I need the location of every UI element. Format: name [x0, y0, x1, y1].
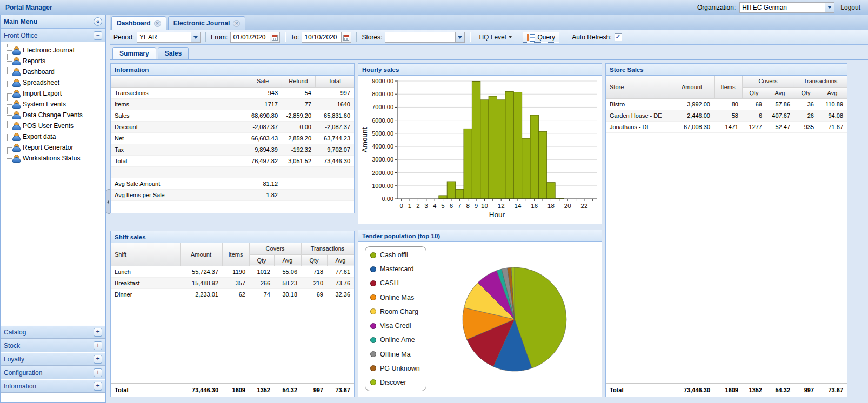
sidebar-item-label: Import Export — [23, 90, 62, 97]
table-row: Lunch55,724.371190101255.0671877.61 — [111, 266, 354, 277]
svg-text:10: 10 — [481, 203, 488, 209]
table-row: Dinner2,233.01627430.186932.36 — [111, 288, 354, 300]
sidebar-item-data-change-events[interactable]: Data Change Events — [4, 110, 105, 120]
sidebar-item-label: Export data — [23, 133, 56, 140]
sidebar-group-loyalty[interactable]: Loyalty+ — [1, 352, 105, 366]
sidebar-item-electronic-journal[interactable]: Electronic Journal — [4, 45, 105, 56]
legend-label: Mastercard — [380, 265, 414, 273]
legend-dot-icon — [370, 379, 376, 385]
svg-text:12: 12 — [498, 203, 505, 209]
query-button[interactable]: Query — [523, 32, 559, 43]
sidebar-item-reports[interactable]: Reports — [4, 56, 105, 66]
legend-item: CASH — [370, 279, 421, 287]
sidebar-item-spreadsheet[interactable]: Spreadsheet — [4, 77, 105, 88]
table-row: Sales68,690.80-2,859.2065,831.60 — [111, 110, 354, 121]
sidebar-item-pos-user-events[interactable]: POS User Events — [4, 120, 105, 131]
to-date-value: 10/10/2020 — [302, 32, 341, 42]
tender-population-panel: Tender population (top 10) Cash offliMas… — [358, 230, 602, 397]
expand-group-icon[interactable]: + — [94, 341, 102, 350]
bar — [538, 131, 546, 199]
svg-text:1: 1 — [408, 203, 411, 209]
svg-text:9: 9 — [475, 203, 478, 209]
calendar-icon[interactable] — [270, 32, 279, 42]
user-icon — [12, 155, 20, 163]
organization-select[interactable]: HITEC German — [739, 2, 834, 13]
sidebar-group-front-office[interactable]: Front Office − — [1, 29, 105, 42]
store-sales-total-row: Total73,446.301609135254.3299773.67 — [606, 383, 847, 397]
legend-label: Online Mas — [380, 294, 414, 301]
sidebar-tree: Electronic JournalReportsDashboardSpread… — [1, 42, 105, 325]
from-label: From: — [211, 33, 228, 41]
hq-level-button[interactable]: HQ Level — [475, 32, 516, 42]
user-icon — [12, 100, 20, 109]
tab-dashboard[interactable]: Dashboard ✕ — [111, 16, 166, 30]
tab-sales[interactable]: Sales — [158, 47, 189, 59]
chevron-down-icon[interactable] — [191, 32, 200, 42]
panel-title: Shift sales — [111, 231, 354, 243]
svg-text:4000.00: 4000.00 — [372, 143, 393, 150]
period-label: Period: — [113, 33, 134, 41]
sidebar-item-report-generator[interactable]: Report Generator — [4, 142, 105, 153]
table-row: Tax9,894.39-192.329,702.07 — [111, 144, 354, 155]
legend-dot-icon — [370, 266, 376, 272]
group-label: Information — [4, 382, 36, 390]
svg-text:0.00: 0.00 — [382, 196, 393, 202]
splitter[interactable] — [106, 15, 110, 403]
collapse-group-icon[interactable]: − — [94, 31, 102, 40]
sidebar-group-stock[interactable]: Stock+ — [1, 339, 105, 352]
group-label: Front Office — [4, 32, 37, 39]
legend-dot-icon — [370, 365, 376, 371]
legend-label: Online Ame — [380, 336, 415, 344]
calendar-icon[interactable] — [341, 32, 351, 42]
legend-item: Online Mas — [370, 294, 421, 301]
stores-label: Stores: — [362, 33, 382, 41]
collapse-arrow-icon[interactable] — [106, 189, 110, 214]
tab-electronic-journal[interactable]: Electronic Journal ✕ — [168, 16, 246, 30]
close-icon[interactable]: ✕ — [154, 20, 161, 27]
sidebar-item-workstations-status[interactable]: Workstations Status — [4, 153, 105, 164]
tab-label: Electronic Journal — [173, 19, 230, 27]
logout-button[interactable]: Logout — [838, 4, 863, 11]
stores-value — [385, 32, 455, 42]
sidebar-item-dashboard[interactable]: Dashboard — [4, 66, 105, 77]
user-icon — [12, 79, 20, 87]
stores-select[interactable] — [385, 32, 465, 43]
collapse-sidebar-button[interactable]: « — [94, 17, 102, 26]
legend-item: Cash offli — [370, 251, 421, 259]
svg-text:3000.00: 3000.00 — [372, 156, 393, 163]
expand-group-icon[interactable]: + — [94, 328, 102, 337]
sidebar-item-system-events[interactable]: System Events — [4, 99, 105, 110]
legend-dot-icon — [370, 308, 376, 314]
legend-dot-icon — [370, 337, 376, 343]
sidebar: Main Menu « Front Office − Electronic Jo… — [0, 15, 106, 403]
svg-text:2000.00: 2000.00 — [372, 170, 393, 176]
legend-item: Online Ame — [370, 336, 421, 344]
sidebar-item-label: Report Generator — [23, 144, 73, 151]
legend-dot-icon — [370, 351, 376, 357]
sidebar-group-configuration[interactable]: Configuration+ — [1, 366, 105, 379]
sidebar-group-catalog[interactable]: Catalog+ — [1, 325, 105, 339]
auto-refresh-checkbox[interactable]: ✓ — [615, 33, 622, 41]
user-icon — [12, 68, 20, 76]
sidebar-item-export-data[interactable]: Export data — [4, 131, 105, 142]
svg-text:4: 4 — [433, 203, 437, 209]
expand-group-icon[interactable]: + — [94, 368, 102, 377]
svg-text:2: 2 — [416, 203, 419, 209]
bar — [447, 182, 455, 199]
tab-summary[interactable]: Summary — [112, 47, 156, 59]
sidebar-group-information[interactable]: Information+ — [1, 379, 105, 393]
expand-group-icon[interactable]: + — [94, 382, 102, 391]
app-header: Portal Manager Organization: HITEC Germa… — [0, 0, 868, 15]
period-select[interactable]: YEAR — [137, 32, 201, 43]
table-row: Breakfast15,488.9235726658.2321073.76 — [111, 277, 354, 288]
table-row: Net66,603.43-2,859.2063,744.23 — [111, 132, 354, 144]
chevron-down-icon[interactable] — [455, 32, 464, 42]
chevron-down-icon[interactable] — [825, 3, 834, 12]
sidebar-item-import-export[interactable]: Import Export — [4, 88, 105, 99]
legend-item: Offline Ma — [370, 351, 421, 358]
to-date-input[interactable]: 10/10/2020 — [302, 32, 351, 43]
close-icon[interactable]: ✕ — [233, 20, 240, 27]
group-label: Catalog — [4, 328, 26, 336]
expand-group-icon[interactable]: + — [94, 355, 102, 364]
from-date-input[interactable]: 01/01/2020 — [230, 32, 280, 43]
